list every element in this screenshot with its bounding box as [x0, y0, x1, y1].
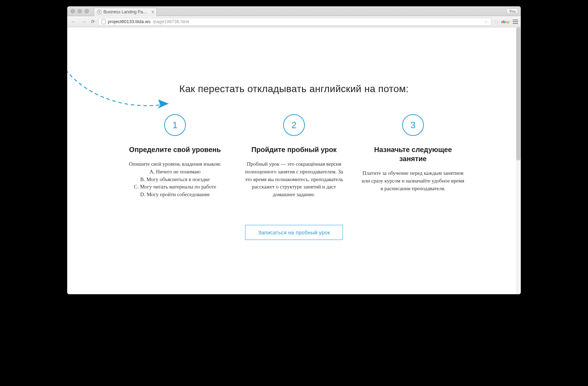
step-number-circle: 3 [402, 114, 424, 136]
extension-icons: ⎍ ebay [495, 19, 518, 24]
close-window-button[interactable] [71, 9, 75, 13]
extension-icon[interactable]: ⎍ [495, 19, 498, 24]
url-host: project60133.tilda.ws [108, 19, 150, 24]
step-title: Пройдите пробный урок [241, 145, 346, 154]
bookmark-icon[interactable]: ☆ [484, 19, 488, 25]
step-description: Опишите свой уровень владения языком: A.… [122, 160, 227, 199]
page-icon [102, 19, 106, 24]
maximize-window-button[interactable] [85, 9, 89, 13]
window-controls [71, 9, 89, 13]
step-1: 1 Определите свой уровень Опишите свой у… [122, 114, 227, 199]
close-tab-icon[interactable]: ✕ [151, 10, 154, 14]
page-content: Как перестать откладывать английский на … [67, 27, 521, 294]
hamburger-menu-icon[interactable] [513, 20, 518, 24]
step-3: 3 Назначьте следующее занятие Платите за… [360, 114, 465, 199]
back-button[interactable]: ← [70, 19, 77, 25]
scrollbar-track[interactable] [516, 27, 521, 294]
reload-button[interactable]: ⟳ [91, 19, 95, 24]
page-heading: Как перестать откладывать английский на … [67, 83, 521, 95]
forward-button[interactable]: → [80, 19, 88, 25]
tab-bar: T Business Landing Page: En ✕ You [67, 6, 521, 16]
svg-marker-0 [158, 99, 169, 109]
browser-toolbar: ← → ⟳ project60133.tilda.ws/page196736.h… [67, 16, 521, 27]
step-title: Назначьте следующее занятие [360, 145, 465, 163]
step-title: Определите свой уровень [122, 145, 227, 154]
profile-badge[interactable]: You [506, 8, 518, 14]
favicon-icon: T [97, 9, 102, 14]
tab-title: Business Landing Page: En [104, 9, 149, 14]
steps-row: 1 Определите свой уровень Опишите свой у… [122, 114, 465, 199]
signup-button[interactable]: Записаться на пробный урок [245, 225, 343, 240]
ebay-extension-icon[interactable]: ebay [501, 20, 509, 24]
browser-window: T Business Landing Page: En ✕ You ← → ⟳ … [67, 6, 521, 294]
url-path: /page196736.html [153, 19, 189, 24]
step-description: Платите за обучение перед каждым занятие… [360, 170, 465, 192]
browser-tab[interactable]: T Business Landing Page: En ✕ [94, 8, 157, 16]
minimize-window-button[interactable] [78, 9, 82, 13]
step-number-circle: 1 [164, 114, 186, 136]
step-number-circle: 2 [283, 114, 305, 136]
step-2: 2 Пройдите пробный урок Пробный урок — э… [241, 114, 346, 199]
address-bar[interactable]: project60133.tilda.ws/page196736.html ☆ [98, 18, 491, 26]
step-description: Пробный урок — это сокращённая версия по… [241, 160, 346, 199]
